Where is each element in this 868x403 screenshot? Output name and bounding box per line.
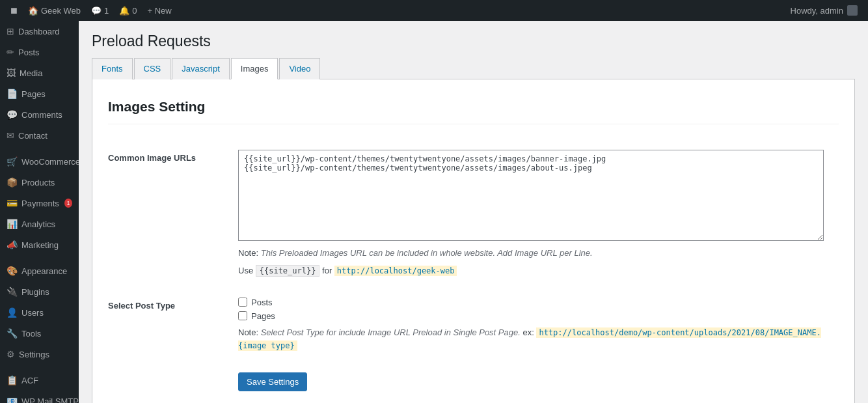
sidebar-item-dashboard[interactable]: ⊞ Dashboard: [0, 21, 79, 42]
note3-text: Select Post Type for include Image URL P…: [261, 327, 521, 337]
settings-icon: ⚙: [7, 349, 15, 359]
sidebar-item-users[interactable]: 👤 Users: [0, 302, 79, 323]
save-settings-th: [108, 363, 238, 401]
sidebar-item-comments[interactable]: 💬 Comments: [0, 104, 79, 125]
posts-icon: ✏: [7, 47, 14, 57]
posts-checkbox-label[interactable]: Posts: [238, 298, 839, 307]
pages-icon: 📄: [7, 89, 18, 99]
tools-icon: 🔧: [7, 328, 18, 339]
woocommerce-icon: 🛒: [7, 156, 18, 167]
dashboard-icon: ⊞: [7, 26, 14, 36]
sidebar-item-label: Payments: [21, 199, 59, 208]
sidebar-item-label: Settings: [19, 350, 49, 359]
payments-badge: 1: [64, 199, 72, 208]
sidebar-item-label: Users: [21, 308, 44, 318]
sidebar-item-label: Appearance: [21, 266, 67, 276]
save-settings-row: Save Settings: [108, 363, 839, 401]
sidebar-item-label: WP Mail SMTP: [21, 396, 79, 404]
avatar: [847, 5, 858, 16]
sidebar-item-label: Dashboard: [18, 27, 60, 36]
adminbar-comments[interactable]: 💬 1: [86, 0, 114, 21]
post-type-note: Note: Select Post Type for include Image…: [238, 326, 839, 354]
tab-css[interactable]: CSS: [134, 58, 171, 79]
appearance-icon: 🎨: [7, 266, 18, 276]
sidebar-item-label: ACF: [21, 376, 38, 385]
sidebar-item-media[interactable]: 🖼 Media: [0, 63, 79, 83]
adminbar-new-label: + New: [148, 6, 172, 16]
select-post-type-label: Select Post Type: [108, 301, 175, 311]
sidebar-item-acf[interactable]: 📋 ACF: [0, 370, 79, 391]
sidebar-item-label: Contact: [18, 131, 47, 141]
pages-checkbox[interactable]: [238, 311, 247, 320]
common-image-urls-th: Common Image URLs: [108, 140, 238, 288]
localhost-url: http://localhost/geek-web: [334, 266, 457, 276]
common-image-urls-td: {{site_url}}/wp-content/themes/twentytwe…: [238, 140, 839, 288]
tab-javascript[interactable]: Javascript: [172, 58, 230, 79]
tab-fonts[interactable]: Fonts: [92, 58, 133, 79]
sidebar-item-label: Products: [21, 178, 55, 188]
image-urls-note1: Note: This Preloaded Images URL can be i…: [238, 247, 839, 260]
adminbar-right: Howdy, admin: [785, 5, 863, 16]
sidebar-item-payments[interactable]: 💳 Payments 1: [0, 193, 79, 214]
contact-icon: ✉: [7, 130, 14, 141]
sidebar-item-products[interactable]: 📦 Products: [0, 172, 79, 193]
sidebar-item-wpmail[interactable]: 📧 WP Mail SMTP: [0, 391, 79, 403]
wp-logo[interactable]: ■: [5, 4, 23, 18]
sidebar-item-contact[interactable]: ✉ Contact: [0, 125, 79, 146]
page-title: Preload Requests: [92, 33, 855, 50]
note1-text: This Preloaded Images URL can be include…: [261, 248, 593, 258]
note1-prefix: Note:: [238, 248, 261, 258]
save-settings-td: Save Settings: [238, 363, 839, 401]
sidebar-item-tools[interactable]: 🔧 Tools: [0, 323, 79, 344]
note2-for: for: [319, 266, 334, 275]
sidebar-item-woocommerce[interactable]: 🛒 WooCommerce: [0, 151, 79, 172]
bell-icon: 🔔: [119, 6, 129, 16]
adminbar-site[interactable]: 🏠 Geek Web: [23, 0, 86, 21]
adminbar-new[interactable]: + New: [142, 0, 177, 21]
tab-bar: Fonts CSS Javascript Images Video: [92, 58, 855, 79]
save-settings-button[interactable]: Save Settings: [238, 372, 307, 391]
plugins-icon: 🔌: [7, 286, 18, 297]
admin-menu: ⊞ Dashboard ✏ Posts 🖼 Media 📄 Pages 💬 Co…: [0, 21, 79, 403]
note2-use: Use: [238, 266, 256, 275]
post-type-checkboxes: Posts Pages: [238, 298, 839, 321]
products-icon: 📦: [7, 177, 18, 188]
image-urls-note2: Use {{site_url}} for http://localhost/ge…: [238, 264, 839, 278]
sidebar-item-analytics[interactable]: 📊 Analytics: [0, 214, 79, 234]
sidebar-item-label: Posts: [18, 48, 40, 57]
payments-icon: 💳: [7, 198, 18, 208]
sidebar-item-label: Analytics: [21, 219, 55, 229]
content-box: Images Setting Common Image URLs {{site_…: [92, 79, 855, 403]
sidebar-item-label: Pages: [21, 89, 46, 99]
common-image-urls-textarea[interactable]: {{site_url}}/wp-content/themes/twentytwe…: [238, 150, 824, 241]
sidebar-item-pages[interactable]: 📄 Pages: [0, 83, 79, 104]
admin-bar: ■ 🏠 Geek Web 💬 1 🔔 0 + New Howdy, admin: [0, 0, 868, 21]
adminbar-site-label: Geek Web: [41, 6, 81, 16]
tab-images[interactable]: Images: [231, 58, 278, 79]
sidebar-item-marketing[interactable]: 📣 Marketing: [0, 234, 79, 255]
common-image-urls-label: Common Image URLs: [108, 153, 196, 163]
posts-checkbox[interactable]: [238, 298, 247, 307]
pages-checkbox-text: Pages: [251, 311, 275, 321]
comment-icon: 💬: [91, 6, 102, 16]
adminbar-comments-count: 1: [104, 6, 109, 16]
sidebar-item-label: WooCommerce: [21, 157, 79, 167]
sidebar-item-appearance[interactable]: 🎨 Appearance: [0, 260, 79, 281]
tab-video[interactable]: Video: [279, 58, 320, 79]
note3-prefix: Note:: [238, 327, 261, 337]
sidebar-item-settings[interactable]: ⚙ Settings: [0, 344, 79, 365]
sidebar-item-plugins[interactable]: 🔌 Plugins: [0, 281, 79, 302]
marketing-icon: 📣: [7, 240, 18, 250]
home-icon: 🏠: [28, 6, 38, 16]
sidebar-item-posts[interactable]: ✏ Posts: [0, 42, 79, 63]
adminbar-notifications[interactable]: 🔔 0: [114, 0, 142, 21]
media-icon: 🖼: [7, 68, 16, 78]
main-content: Preload Requests Fonts CSS Javascript Im…: [79, 21, 868, 403]
pages-checkbox-label[interactable]: Pages: [238, 311, 839, 321]
sidebar-item-label: Comments: [21, 110, 62, 120]
wrap: Preload Requests Fonts CSS Javascript Im…: [79, 21, 868, 403]
site-url-code: {{site_url}}: [256, 265, 320, 277]
select-post-type-row: Select Post Type Posts: [108, 288, 839, 363]
acf-icon: 📋: [7, 375, 18, 385]
adminbar-user[interactable]: Howdy, admin: [785, 5, 863, 16]
